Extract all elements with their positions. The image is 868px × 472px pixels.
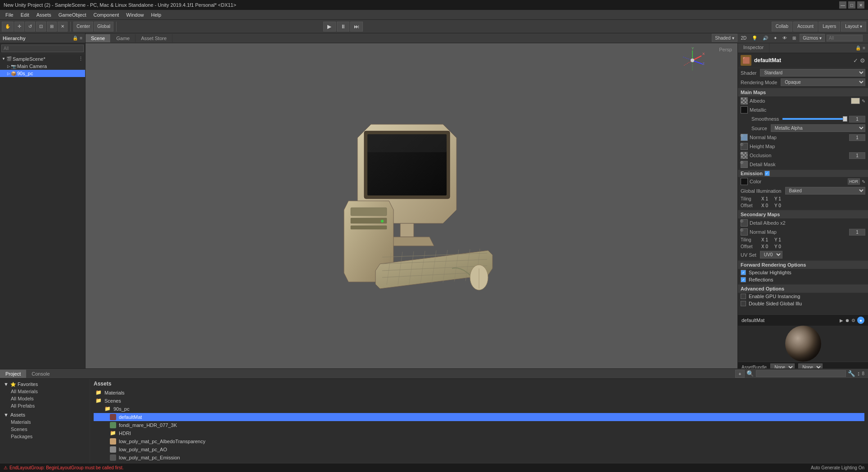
search-viewport[interactable] xyxy=(827,35,863,41)
filter-button[interactable]: 🔧 xyxy=(848,370,855,377)
menu-component[interactable]: Component xyxy=(90,11,122,18)
layers-button[interactable]: Layers xyxy=(818,22,840,32)
detail-albedo-texture[interactable]: ◎ xyxy=(741,219,748,227)
detail-mask-texture[interactable]: ◎ xyxy=(741,161,748,168)
menu-gameobject[interactable]: GameObject xyxy=(55,11,90,18)
source-dropdown[interactable]: Metallic Alpha xyxy=(771,124,865,132)
asset-albedo[interactable]: low_poly_mat_pc_AlbedoTransparency xyxy=(94,437,864,445)
asset-fondi-mare[interactable]: fondi_mare_HDR_077_3K xyxy=(94,421,864,429)
materials-folder-item[interactable]: Materials xyxy=(2,418,88,426)
asset-90spc-folder[interactable]: 📁 90s_pc xyxy=(94,405,864,413)
all-models-item[interactable]: All Models xyxy=(2,395,88,402)
hierarchy-menu[interactable]: ≡ xyxy=(80,36,82,41)
rendering-mode-dropdown[interactable]: Opaque xyxy=(781,78,865,86)
asset-defaultmat[interactable]: defaultMat xyxy=(94,413,864,421)
add-asset-button[interactable]: + xyxy=(735,370,744,378)
albedo-edit[interactable]: ✎ xyxy=(862,99,865,104)
specular-highlights-checkbox[interactable]: ✓ xyxy=(741,270,746,275)
menu-assets[interactable]: Assets xyxy=(33,11,55,18)
2d-button[interactable]: 2D xyxy=(739,35,749,41)
menu-edit[interactable]: Edit xyxy=(17,11,33,18)
hierarchy-lock[interactable]: 🔒 xyxy=(72,36,78,41)
material-settings[interactable]: ⚙ xyxy=(860,57,865,64)
hierarchy-item-maincamera[interactable]: ▷ 📷 Main Camera xyxy=(0,63,85,70)
grid-button[interactable]: ⊞ xyxy=(791,35,798,41)
minimize-button[interactable]: — xyxy=(839,1,846,9)
asset-scenes-folder[interactable]: 📁 Scenes xyxy=(94,397,864,405)
tab-assetstore[interactable]: Asset Store xyxy=(136,34,172,42)
all-materials-item[interactable]: All Materials xyxy=(2,388,88,395)
search-project[interactable]: 🔍 xyxy=(746,370,754,377)
preview-play[interactable]: ▶ xyxy=(840,317,843,324)
menu-window[interactable]: Window xyxy=(122,11,147,18)
material-check[interactable]: ✓ xyxy=(853,57,858,64)
asset-bundle-dropdown[interactable]: None xyxy=(770,363,795,368)
tab-inspector[interactable]: Inspector xyxy=(738,43,769,53)
albedo-texture[interactable] xyxy=(741,97,748,104)
layout-button[interactable]: Layout ▾ xyxy=(841,22,866,32)
play-button[interactable]: ▶ xyxy=(323,22,336,32)
lighting-status[interactable]: Auto Generate Lighting On xyxy=(811,465,864,470)
global-button[interactable]: Global xyxy=(94,22,113,32)
tool-scale[interactable]: ⊡ xyxy=(36,22,46,32)
preview-zoom[interactable]: ● xyxy=(857,317,864,324)
hierarchy-item-90spc[interactable]: ▷ 📦 90s_pc xyxy=(0,70,85,77)
account-button[interactable]: Account xyxy=(793,22,818,32)
color-edit[interactable]: ✎ xyxy=(862,179,865,184)
reflections-checkbox[interactable]: ✓ xyxy=(741,277,746,282)
metallic-texture[interactable] xyxy=(741,106,748,113)
menu-file[interactable]: File xyxy=(2,11,17,18)
emission-checkbox[interactable]: ✓ xyxy=(764,171,770,176)
shading-dropdown[interactable]: Shaded ▾ xyxy=(712,34,737,42)
collab-button[interactable]: Collab xyxy=(772,22,792,32)
tool-transform[interactable]: ✕ xyxy=(58,22,68,32)
double-sided-checkbox[interactable] xyxy=(741,301,746,306)
color-texture[interactable] xyxy=(741,178,748,185)
asset-ao[interactable]: low_poly_mat_pc_AO xyxy=(94,445,864,454)
assets-header[interactable]: ▼ Assets xyxy=(2,411,88,418)
menu-help[interactable]: Help xyxy=(147,11,165,18)
viewport-canvas[interactable]: X Y Z Persp xyxy=(86,43,737,368)
tab-console[interactable]: Console xyxy=(26,370,55,378)
tab-project[interactable]: Project xyxy=(0,370,26,378)
close-button[interactable]: ✕ xyxy=(857,1,864,9)
tab-scene[interactable]: Scene xyxy=(86,34,111,42)
favorites-header[interactable]: ▼ ⭐ Favorites xyxy=(2,381,88,388)
scene-menu[interactable]: ⋮ xyxy=(78,56,83,62)
gizmos-dropdown[interactable]: Gizmos ▾ xyxy=(800,34,825,42)
scenes-folder-item[interactable]: Scenes xyxy=(2,426,88,433)
tool-rect[interactable]: ⊞ xyxy=(47,22,57,32)
tool-rotate[interactable]: ↺ xyxy=(25,22,35,32)
asset-emission[interactable]: low_poly_mat_pc_Emission xyxy=(94,454,864,462)
sync-button[interactable]: ↕ xyxy=(857,370,860,377)
hierarchy-item-samplescene[interactable]: ▼ 🎬 SampleScene* ⋮ xyxy=(0,55,85,63)
smoothness-slider[interactable] xyxy=(782,118,847,120)
center-button[interactable]: Center xyxy=(73,22,93,32)
sec-normal-map-texture[interactable]: ◎ xyxy=(741,228,748,236)
light-button[interactable]: 💡 xyxy=(750,35,759,41)
preview-settings[interactable]: ⚙ xyxy=(851,317,855,324)
project-search-input[interactable] xyxy=(756,370,846,377)
tool-hand[interactable]: ✋ xyxy=(2,22,14,32)
albedo-color[interactable] xyxy=(851,98,860,104)
all-prefabs-item[interactable]: All Prefabs xyxy=(2,402,88,409)
global-illumination-dropdown[interactable]: Baked xyxy=(785,187,866,195)
asset-hdri[interactable]: 📁 HDRI xyxy=(94,429,864,437)
pause-button[interactable]: ⏸ xyxy=(337,22,349,32)
shader-dropdown[interactable]: Standard xyxy=(760,69,865,77)
gpu-instancing-checkbox[interactable] xyxy=(741,294,746,299)
step-button[interactable]: ⏭ xyxy=(350,22,363,32)
hidden-button[interactable]: 👁 xyxy=(781,35,789,41)
normal-map-texture[interactable]: ◎ xyxy=(741,134,748,141)
inspector-menu[interactable]: ≡ xyxy=(863,43,865,53)
asset-bundle-variant-dropdown[interactable]: None xyxy=(798,363,823,368)
packages-folder-item[interactable]: Packages xyxy=(2,433,88,440)
tool-move[interactable]: ✛ xyxy=(14,22,24,32)
audio-button[interactable]: 🔊 xyxy=(761,35,770,41)
tab-game[interactable]: Game xyxy=(111,34,136,42)
maximize-button[interactable]: □ xyxy=(848,1,855,9)
inspector-lock[interactable]: 🔒 xyxy=(855,43,861,53)
height-map-texture[interactable]: ◎ xyxy=(741,143,748,150)
asset-materials-folder[interactable]: 📁 Materials xyxy=(94,389,864,397)
effects-button[interactable]: ✦ xyxy=(772,35,779,41)
